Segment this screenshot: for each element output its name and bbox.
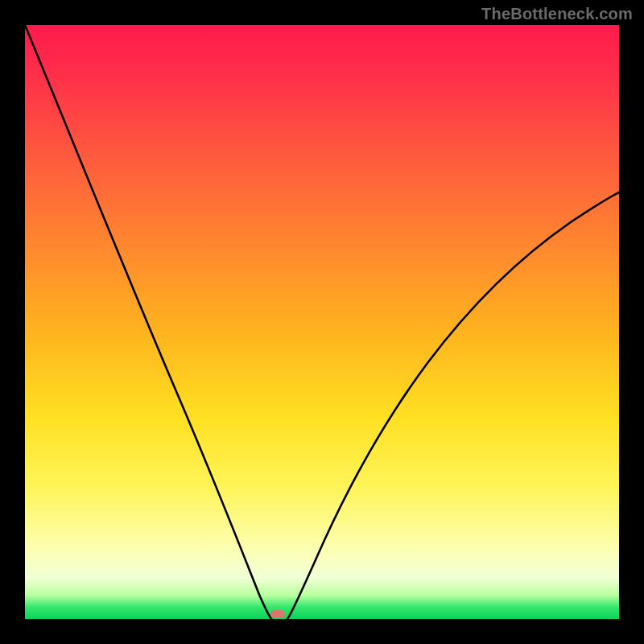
curve-right bbox=[287, 192, 619, 619]
chart-frame: TheBottleneck.com bbox=[0, 0, 644, 644]
bottleneck-curve bbox=[25, 25, 619, 619]
optimum-marker bbox=[270, 610, 285, 618]
plot-area bbox=[25, 25, 619, 619]
curve-left bbox=[25, 25, 271, 619]
watermark-text: TheBottleneck.com bbox=[481, 5, 633, 23]
